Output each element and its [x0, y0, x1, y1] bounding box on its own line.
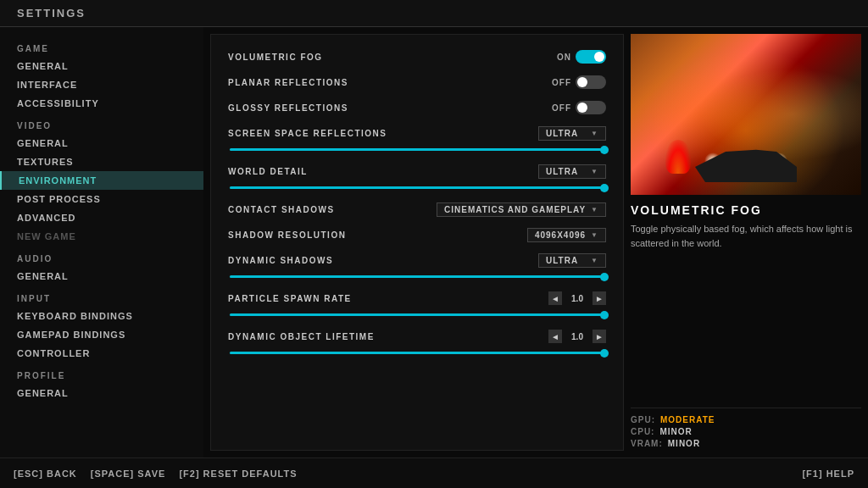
- setting-label-volumetric-fog: VOLUMETRIC FOG: [228, 53, 323, 62]
- setting-control-glossy-reflections: OFF: [552, 101, 606, 114]
- setting-control-shadow-resolution: 4096X4096▼: [527, 228, 606, 242]
- dropdown-value-shadow-resolution: 4096X4096: [535, 230, 586, 240]
- toggle-switch-planar-reflections[interactable]: [576, 75, 606, 89]
- slider-thumb-world-detail[interactable]: [600, 184, 609, 192]
- setting-row-contact-shadows: CONTACT SHADOWSCINEMATICS AND GAMEPLAY▼: [228, 199, 606, 219]
- sidebar-item-video-newgame[interactable]: NEW GAME: [0, 227, 203, 246]
- headlight-right: [771, 152, 787, 169]
- sidebar-item-input-gamepad[interactable]: GAMEPAD BINDINGS: [0, 325, 203, 344]
- sidebar-item-input-keyboard[interactable]: KEYBOARD BINDINGS: [0, 307, 203, 325]
- setting-row-particle-spawn-rate: PARTICLE SPAWN RATE◄1.0►: [228, 288, 606, 308]
- vram-value: MINOR: [668, 439, 700, 448]
- cpu-label: CPU:: [631, 427, 654, 436]
- sidebar-item-game-accessibility[interactable]: ACCESSIBILITY: [0, 94, 203, 113]
- help-button[interactable]: [F1] HELP: [802, 469, 854, 479]
- dropdown-arrow-contact-shadows: ▼: [591, 206, 598, 214]
- setting-row-shadow-resolution: SHADOW RESOLUTION4096X4096▼: [228, 225, 606, 245]
- dropdown-screen-space-reflections[interactable]: ULTRA▼: [538, 126, 606, 141]
- setting-control-dynamic-object-lifetime: ◄1.0►: [548, 330, 606, 343]
- sidebar-section-profile: PROFILE: [0, 363, 203, 384]
- gpu-row: GPU: MODERATE: [631, 415, 861, 424]
- stepper-particle-spawn-rate: ◄1.0►: [548, 291, 606, 305]
- slider-fill-dynamic-object-lifetime: [230, 352, 604, 354]
- header: SETTINGS: [0, 0, 868, 27]
- sidebar-section-audio: AUDIO: [0, 246, 203, 267]
- stepper-value-particle-spawn-rate: 1.0: [567, 294, 587, 303]
- save-button[interactable]: [SPACE] SAVE: [91, 469, 166, 479]
- slider-row-world-detail[interactable]: [228, 186, 606, 189]
- sidebar-item-audio-general[interactable]: GENERAL: [0, 267, 203, 286]
- stepper-next-dynamic-object-lifetime[interactable]: ►: [593, 330, 606, 343]
- preview-description: Toggle physically based fog, which affec…: [631, 222, 861, 250]
- toggle-glossy-reflections[interactable]: OFF: [552, 101, 606, 114]
- setting-control-world-detail: ULTRA▼: [538, 164, 606, 179]
- dropdown-value-contact-shadows: CINEMATICS AND GAMEPLAY: [444, 205, 586, 214]
- dropdown-world-detail[interactable]: ULTRA▼: [538, 164, 606, 179]
- setting-label-dynamic-shadows: DYNAMIC SHADOWS: [228, 256, 333, 265]
- gpu-value: MODERATE: [660, 415, 715, 424]
- slider-row-screen-space-reflections[interactable]: [228, 148, 606, 151]
- sidebar-item-game-general[interactable]: GENERAL: [0, 57, 203, 75]
- setting-row-glossy-reflections: GLOSSY REFLECTIONSOFF: [228, 97, 606, 118]
- reset-button[interactable]: [F2] RESET DEFAULTS: [179, 469, 297, 479]
- toggle-switch-volumetric-fog[interactable]: [576, 50, 606, 64]
- toggle-volumetric-fog[interactable]: ON: [557, 50, 606, 64]
- sidebar-item-video-advanced[interactable]: ADVANCED: [0, 208, 203, 227]
- sidebar-item-game-interface[interactable]: INTERFACE: [0, 75, 203, 94]
- dropdown-arrow-screen-space-reflections: ▼: [591, 130, 598, 137]
- slider-fill-screen-space-reflections: [230, 148, 604, 151]
- stepper-next-particle-spawn-rate[interactable]: ►: [593, 291, 606, 305]
- setting-control-volumetric-fog: ON: [557, 50, 606, 64]
- slider-thumb-particle-spawn-rate[interactable]: [600, 311, 609, 319]
- fire-effect: [665, 140, 691, 174]
- dropdown-shadow-resolution[interactable]: 4096X4096▼: [527, 228, 606, 242]
- sidebar-item-video-postprocess[interactable]: POST PROCESS: [0, 190, 203, 208]
- back-button[interactable]: [ESC] BACK: [14, 469, 77, 479]
- slider-thumb-dynamic-object-lifetime[interactable]: [600, 349, 609, 358]
- cpu-row: CPU: MINOR: [631, 427, 861, 436]
- setting-label-world-detail: WORLD DETAIL: [228, 167, 308, 176]
- dropdown-arrow-shadow-resolution: ▼: [591, 231, 598, 239]
- stepper-prev-dynamic-object-lifetime[interactable]: ◄: [548, 330, 562, 343]
- headlight-left: [704, 152, 721, 169]
- stepper-prev-particle-spawn-rate[interactable]: ◄: [548, 291, 562, 305]
- stepper-value-dynamic-object-lifetime: 1.0: [567, 332, 587, 341]
- vram-row: VRAM: MINOR: [631, 439, 861, 448]
- toggle-switch-glossy-reflections[interactable]: [576, 101, 606, 114]
- slider-fill-particle-spawn-rate: [230, 313, 604, 316]
- slider-track-dynamic-shadows: [230, 275, 604, 278]
- dropdown-value-world-detail: ULTRA: [546, 167, 578, 176]
- toggle-label-planar-reflections: OFF: [552, 78, 571, 87]
- slider-thumb-dynamic-shadows[interactable]: [600, 273, 609, 281]
- slider-track-world-detail: [230, 186, 604, 189]
- dropdown-value-dynamic-shadows: ULTRA: [546, 256, 578, 265]
- slider-track-screen-space-reflections: [230, 148, 604, 151]
- sidebar-item-video-general[interactable]: GENERAL: [0, 134, 203, 152]
- slider-track-particle-spawn-rate: [230, 313, 604, 316]
- sidebar-item-video-environment[interactable]: ENVIRONMENT: [0, 171, 203, 190]
- slider-fill-dynamic-shadows: [230, 275, 604, 278]
- toggle-label-volumetric-fog: ON: [557, 53, 571, 62]
- sidebar-item-input-controller[interactable]: CONTROLLER: [0, 344, 203, 363]
- preview-panel: VOLUMETRIC FOG Toggle physically based f…: [631, 27, 868, 458]
- sidebar-item-profile-general[interactable]: GENERAL: [0, 384, 203, 402]
- slider-row-dynamic-shadows[interactable]: [228, 275, 606, 278]
- gpu-label: GPU:: [631, 415, 655, 424]
- toggle-planar-reflections[interactable]: OFF: [552, 75, 606, 89]
- dropdown-contact-shadows[interactable]: CINEMATICS AND GAMEPLAY▼: [437, 202, 606, 217]
- setting-control-particle-spawn-rate: ◄1.0►: [548, 291, 606, 305]
- dropdown-dynamic-shadows[interactable]: ULTRA▼: [538, 253, 606, 268]
- setting-row-screen-space-reflections: SCREEN SPACE REFLECTIONSULTRA▼: [228, 123, 606, 143]
- setting-control-planar-reflections: OFF: [552, 75, 606, 89]
- slider-row-particle-spawn-rate[interactable]: [228, 313, 606, 316]
- slider-row-dynamic-object-lifetime[interactable]: [228, 352, 606, 354]
- dropdown-value-screen-space-reflections: ULTRA: [546, 129, 578, 138]
- sidebar-item-video-textures[interactable]: TEXTURES: [0, 152, 203, 171]
- preview-image: [631, 34, 861, 195]
- footer-right: [F1] HELP: [802, 469, 854, 479]
- setting-row-planar-reflections: PLANAR REFLECTIONSOFF: [228, 72, 606, 92]
- setting-label-particle-spawn-rate: PARTICLE SPAWN RATE: [228, 294, 352, 303]
- setting-label-planar-reflections: PLANAR REFLECTIONS: [228, 78, 348, 87]
- cpu-value: MINOR: [659, 427, 692, 436]
- slider-thumb-screen-space-reflections[interactable]: [600, 146, 609, 154]
